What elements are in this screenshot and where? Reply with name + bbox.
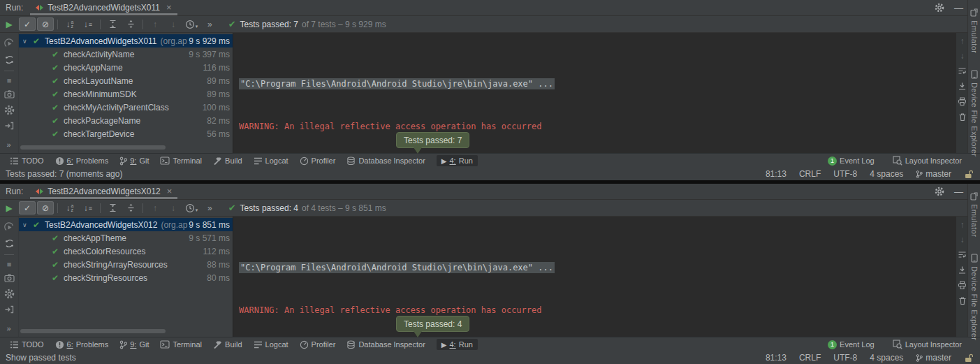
test-tree-row[interactable]: ∨ ✔ checkMyActivityParentClass 100 ms	[19, 101, 233, 114]
indent-style[interactable]: 4 spaces	[870, 353, 903, 363]
toolbar-git-button[interactable]: 9:Git	[119, 340, 149, 349]
more-tool-icons[interactable]: »	[6, 140, 11, 149]
clear-console-trash-icon[interactable]	[958, 296, 967, 305]
chevron-expanded-icon[interactable]: ∨	[22, 221, 33, 228]
test-tree-row[interactable]: ∨ ✔ checkStringArrayResources 88 ms	[19, 258, 233, 271]
test-settings-gear-icon[interactable]	[4, 105, 15, 115]
test-tree-row[interactable]: ∨ ✔ checkActivityName 9 s 397 ms	[19, 48, 233, 61]
scroll-to-end-icon[interactable]	[958, 265, 967, 275]
toolbar-terminal-button[interactable]: Terminal	[160, 156, 202, 165]
settings-gear-icon[interactable]	[935, 3, 944, 13]
hide-panel-icon[interactable]: —	[954, 187, 963, 197]
run-tab[interactable]: TestB2AdvancedWidgetsX011 ×	[30, 0, 177, 15]
git-branch-widget[interactable]: master	[916, 169, 951, 179]
up-stack-trace-icon[interactable]: ↑	[960, 221, 965, 229]
test-tree-row[interactable]: ∨ ✔ TestB2AdvancedWidgetsX011 (org.ap 9 …	[19, 34, 233, 48]
rerun-button[interactable]: ▶	[0, 203, 18, 213]
tree-horizontal-scrollbar[interactable]	[20, 329, 166, 333]
show-passed-toggle[interactable]: ✓	[19, 17, 36, 31]
tab-device-file-explorer[interactable]: Device File Explorer	[970, 254, 979, 340]
toolbar-logcat-button[interactable]: Logcat	[254, 340, 288, 349]
file-encoding[interactable]: UTF-8	[833, 169, 857, 179]
toolbar-problems-button[interactable]: 6:Problems	[55, 156, 109, 166]
toolbar-run-button[interactable]: ▶4:Run	[437, 155, 478, 166]
test-history-button[interactable]: ▾	[183, 17, 200, 31]
lock-unlocked-icon[interactable]	[964, 354, 973, 363]
tab-emulator[interactable]: Emulator	[970, 8, 979, 53]
layout-inspector-button[interactable]: Layout Inspector	[893, 340, 962, 349]
hide-panel-icon[interactable]: —	[954, 3, 963, 13]
toolbar-todo-button[interactable]: TODO	[10, 340, 44, 349]
toolbar-build-button[interactable]: Build	[213, 156, 242, 166]
test-tree-row[interactable]: ∨ ✔ checkMinimumSDK 89 ms	[19, 87, 233, 101]
more-tool-icons[interactable]: »	[6, 324, 11, 333]
import-test-results-icon[interactable]	[4, 121, 14, 131]
print-icon[interactable]	[958, 281, 967, 290]
lock-unlocked-icon[interactable]	[964, 170, 973, 179]
expand-all-button[interactable]	[104, 201, 121, 214]
soft-wrap-icon[interactable]	[958, 250, 967, 259]
test-tree-row[interactable]: ∨ ✔ checkColorResources 112 ms	[19, 245, 233, 258]
toolbar-todo-button[interactable]: TODO	[10, 156, 44, 165]
test-tree-row[interactable]: ∨ ✔ checkAppTheme 9 s 571 ms	[19, 231, 233, 245]
toolbar-run-button[interactable]: ▶4:Run	[437, 339, 478, 350]
more-actions-icon[interactable]: »	[207, 203, 213, 213]
import-test-results-icon[interactable]	[4, 305, 14, 314]
event-log-button[interactable]: 1Event Log	[828, 156, 875, 166]
sort-alphabetically-button[interactable]: ↓az	[61, 201, 78, 214]
show-ignored-toggle[interactable]: ⊘	[37, 17, 54, 31]
next-occurrence-button[interactable]: ↓	[165, 17, 182, 31]
settings-gear-icon[interactable]	[935, 187, 944, 196]
caret-position[interactable]: 81:13	[766, 353, 787, 363]
toolbar-logcat-button[interactable]: Logcat	[254, 156, 288, 165]
close-tab-icon[interactable]: ×	[166, 4, 172, 11]
line-ending[interactable]: CRLF	[799, 353, 821, 363]
sort-alphabetically-button[interactable]: ↓az	[61, 17, 78, 31]
chevron-expanded-icon[interactable]: ∨	[22, 38, 33, 45]
sort-by-duration-button[interactable]: ↓≡	[80, 201, 96, 214]
event-log-button[interactable]: 1Event Log	[828, 340, 875, 349]
screenshot-camera-icon[interactable]	[4, 89, 15, 99]
previous-occurrence-button[interactable]: ↑	[147, 201, 163, 214]
down-stack-trace-icon[interactable]: ↓	[960, 235, 965, 244]
test-settings-gear-icon[interactable]	[4, 289, 15, 299]
tree-horizontal-scrollbar[interactable]	[20, 145, 166, 150]
expand-all-button[interactable]	[104, 17, 121, 31]
rerun-icon[interactable]	[4, 38, 15, 49]
scroll-to-end-icon[interactable]	[958, 82, 967, 91]
toolbar-profiler-button[interactable]: Profiler	[300, 340, 336, 349]
tab-emulator[interactable]: Emulator	[970, 192, 979, 237]
test-tree-row[interactable]: ∨ ✔ TestB2AdvancedWidgetsX012 (org.ap 9 …	[19, 218, 233, 231]
up-stack-trace-icon[interactable]: ↑	[960, 37, 965, 45]
git-branch-widget[interactable]: master	[916, 353, 951, 363]
caret-position[interactable]: 81:13	[766, 169, 787, 179]
rerun-failed-tests-icon[interactable]	[4, 54, 15, 65]
previous-occurrence-button[interactable]: ↑	[147, 17, 163, 31]
toolbar-git-button[interactable]: 9:Git	[119, 156, 149, 166]
screenshot-camera-icon[interactable]	[4, 273, 15, 283]
test-tree-row[interactable]: ∨ ✔ checkLayoutName 89 ms	[19, 74, 233, 87]
next-occurrence-button[interactable]: ↓	[165, 201, 182, 214]
test-tree-row[interactable]: ∨ ✔ checkPackageName 82 ms	[19, 114, 233, 127]
test-tree-row[interactable]: ∨ ✔ checkTargetDevice 56 ms	[19, 127, 233, 140]
clear-console-trash-icon[interactable]	[958, 112, 967, 122]
collapse-all-button[interactable]	[122, 17, 139, 31]
toolbar-build-button[interactable]: Build	[213, 340, 242, 349]
show-ignored-toggle[interactable]: ⊘	[37, 201, 54, 214]
rerun-icon[interactable]	[4, 222, 15, 233]
tab-device-file-explorer[interactable]: Device File Explorer	[970, 70, 979, 156]
test-tree-row[interactable]: ∨ ✔ checkAppName 116 ms	[19, 61, 233, 74]
test-history-button[interactable]: ▾	[183, 201, 200, 214]
sort-by-duration-button[interactable]: ↓≡	[80, 17, 96, 31]
layout-inspector-button[interactable]: Layout Inspector	[893, 156, 962, 166]
soft-wrap-icon[interactable]	[958, 66, 967, 75]
run-tab[interactable]: TestB2AdvancedWidgetsX012 ×	[30, 184, 177, 199]
indent-style[interactable]: 4 spaces	[870, 169, 903, 179]
show-passed-toggle[interactable]: ✓	[19, 201, 36, 214]
more-actions-icon[interactable]: »	[207, 20, 213, 29]
stop-icon[interactable]: ■	[7, 261, 12, 268]
toolbar-terminal-button[interactable]: Terminal	[160, 340, 202, 349]
toolbar-problems-button[interactable]: 6:Problems	[55, 340, 109, 349]
test-tree-row[interactable]: ∨ ✔ checkStringResources 80 ms	[19, 271, 233, 284]
file-encoding[interactable]: UTF-8	[833, 353, 857, 363]
